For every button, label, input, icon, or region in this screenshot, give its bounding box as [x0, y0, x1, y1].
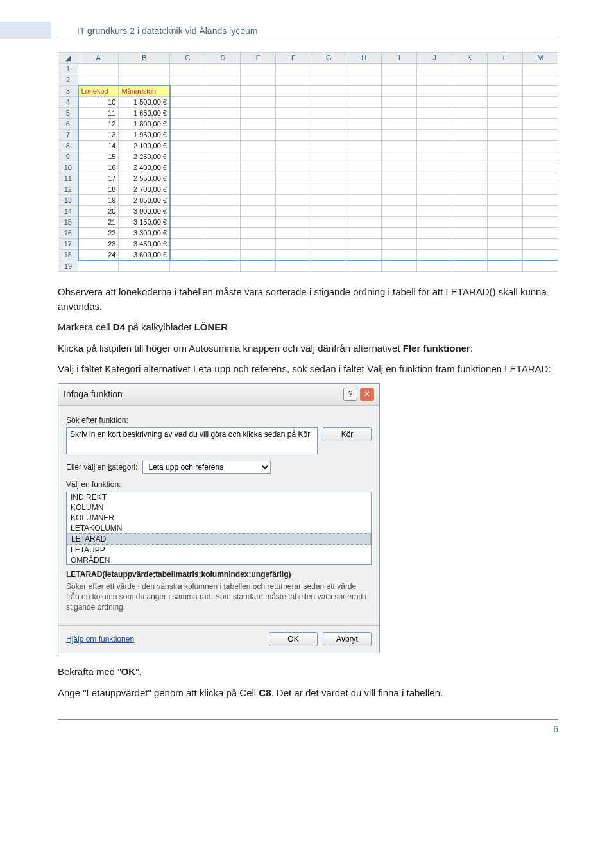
header-accent: [0, 22, 51, 39]
cell-A5[interactable]: 11: [78, 108, 119, 119]
row-15[interactable]: 15: [58, 217, 78, 228]
list-item-selected[interactable]: LETARAD: [67, 533, 371, 545]
select-all-corner[interactable]: ◢: [58, 53, 78, 64]
row-18[interactable]: 18: [58, 250, 78, 261]
col-G[interactable]: G: [311, 53, 346, 64]
cell-A10[interactable]: 16: [78, 162, 119, 173]
cell-B7[interactable]: 1 950,00 €: [119, 130, 170, 141]
cell-B11[interactable]: 2 550,00 €: [119, 173, 170, 184]
page-number: 6: [58, 724, 558, 734]
row-3[interactable]: 3: [58, 85, 78, 97]
row-17[interactable]: 17: [58, 239, 78, 250]
row-8[interactable]: 8: [58, 141, 78, 151]
cell-B4[interactable]: 1 500,00 €: [119, 97, 170, 108]
cell-B5[interactable]: 1 650,00 €: [119, 108, 170, 119]
cell-B8[interactable]: 2 100,00 €: [119, 141, 170, 151]
cell-B17[interactable]: 3 450,00 €: [119, 239, 170, 250]
cell-B18[interactable]: 3 600,00 €: [119, 250, 170, 261]
run-button[interactable]: Kör: [323, 427, 372, 441]
row-11[interactable]: 11: [58, 173, 78, 184]
cell-B6[interactable]: 1 800,00 €: [119, 119, 170, 130]
cell-A11[interactable]: 17: [78, 173, 119, 184]
row-10[interactable]: 10: [58, 162, 78, 173]
cell-A8[interactable]: 14: [78, 141, 119, 151]
paragraph-4: Välj i fältet Kategori alternativet Leta…: [58, 362, 558, 377]
col-E[interactable]: E: [241, 53, 276, 64]
col-K[interactable]: K: [452, 53, 487, 64]
cell-B3[interactable]: Månadslön: [119, 85, 170, 97]
row-4[interactable]: 4: [58, 97, 78, 108]
course-header: IT grundkurs 2 i datateknik vid Ålands l…: [77, 26, 558, 36]
paragraph-2: Markera cell D4 på kalkylbladet LÖNER: [58, 320, 558, 335]
row-9[interactable]: 9: [58, 151, 78, 162]
cell-B10[interactable]: 2 400,00 €: [119, 162, 170, 173]
cell-A3[interactable]: Lönekod: [78, 85, 119, 97]
paragraph-3: Klicka på listpilen till höger om Autosu…: [58, 341, 558, 356]
function-list[interactable]: INDIREKT KOLUMN KOLUMNER LETAKOLUMN LETA…: [66, 492, 372, 565]
cell-A13[interactable]: 19: [78, 195, 119, 206]
col-C[interactable]: C: [170, 53, 205, 64]
cell-B9[interactable]: 2 250,00 €: [119, 151, 170, 162]
cell-A14[interactable]: 20: [78, 206, 119, 217]
function-description: Söker efter ett värde i den vänstra kolu…: [66, 581, 372, 613]
list-item[interactable]: INDIREKT: [67, 492, 371, 502]
category-label: Eller välj en kategori:: [66, 463, 137, 472]
list-item[interactable]: KOLUMNER: [67, 513, 371, 523]
row-12[interactable]: 12: [58, 184, 78, 195]
col-J[interactable]: J: [417, 53, 452, 64]
list-item[interactable]: OMRÅDEN: [67, 555, 371, 565]
row-14[interactable]: 14: [58, 206, 78, 217]
cell-A6[interactable]: 12: [78, 119, 119, 130]
row-7[interactable]: 7: [58, 130, 78, 141]
help-link[interactable]: Hjälp om funktionen: [66, 635, 134, 644]
cell-B16[interactable]: 3 300,00 €: [119, 228, 170, 239]
row-16[interactable]: 16: [58, 228, 78, 239]
row-1[interactable]: 1: [58, 64, 78, 74]
spreadsheet: ◢ A B C D E F G H I J K L M 1 2 3 Löneko…: [58, 52, 558, 272]
category-select[interactable]: Leta upp och referens: [142, 461, 271, 474]
row-19[interactable]: 19: [58, 261, 78, 272]
insert-function-dialog: Infoga funktion ? ✕ SSök efter funktion:…: [58, 383, 380, 654]
row-5[interactable]: 5: [58, 108, 78, 119]
cell-A12[interactable]: 18: [78, 184, 119, 195]
close-icon[interactable]: ✕: [360, 388, 374, 401]
col-F[interactable]: F: [276, 53, 311, 64]
cell-A15[interactable]: 21: [78, 217, 119, 228]
row-13[interactable]: 13: [58, 195, 78, 206]
cell-A17[interactable]: 23: [78, 239, 119, 250]
select-fn-label: Välj en funktion:: [66, 480, 372, 489]
paragraph-6: Ange "Letauppvärdet" genom att klicka på…: [58, 686, 558, 701]
col-D[interactable]: D: [205, 53, 241, 64]
cell-A16[interactable]: 22: [78, 228, 119, 239]
cell-A4[interactable]: 10: [78, 97, 119, 108]
cell-A9[interactable]: 15: [78, 151, 119, 162]
cell-A18[interactable]: 24: [78, 250, 119, 261]
header-rule: [58, 40, 558, 40]
search-label: SSök efter funktion:ök efter funktion:: [66, 416, 372, 425]
col-A[interactable]: A: [78, 53, 119, 64]
cell-A7[interactable]: 13: [78, 130, 119, 141]
col-L[interactable]: L: [487, 53, 522, 64]
list-item[interactable]: LETAUPP: [67, 545, 371, 555]
ok-button[interactable]: OK: [269, 632, 318, 646]
help-icon[interactable]: ?: [343, 388, 357, 401]
paragraph-1: Observera att lönekoderna i tabellen mås…: [58, 285, 558, 314]
cell-B12[interactable]: 2 700,00 €: [119, 184, 170, 195]
col-I[interactable]: I: [382, 53, 417, 64]
dialog-title: Infoga funktion: [64, 389, 123, 399]
search-input[interactable]: Skriv in en kort beskrivning av vad du v…: [66, 427, 318, 454]
cancel-button[interactable]: Avbryt: [323, 632, 372, 646]
list-item[interactable]: LETAKOLUMN: [67, 523, 371, 533]
cell-B14[interactable]: 3 000,00 €: [119, 206, 170, 217]
function-syntax: LETARAD(letauppvärde;tabellmatris;kolumn…: [66, 570, 372, 579]
col-M[interactable]: M: [522, 53, 558, 64]
cell-B13[interactable]: 2 850,00 €: [119, 195, 170, 206]
col-H[interactable]: H: [346, 53, 382, 64]
row-2[interactable]: 2: [58, 74, 78, 86]
cell-B15[interactable]: 3 150,00 €: [119, 217, 170, 228]
paragraph-5: Bekräfta med "OK".: [58, 665, 558, 680]
col-B[interactable]: B: [119, 53, 170, 64]
footer-rule: [58, 719, 558, 720]
row-6[interactable]: 6: [58, 119, 78, 130]
list-item[interactable]: KOLUMN: [67, 502, 371, 513]
